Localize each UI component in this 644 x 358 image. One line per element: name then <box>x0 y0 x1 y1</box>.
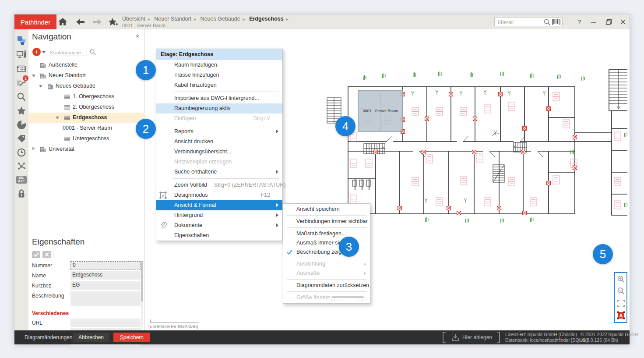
app-logo[interactable]: Pathfinder <box>14 14 56 29</box>
crumb[interactable]: Neues Gebäude <box>201 16 240 22</box>
submenu-item-ansicht-speichern[interactable]: Ansicht speichern <box>283 205 370 214</box>
menu-item-suche-enthaltene[interactable]: Suche enthaltene <box>156 167 282 177</box>
properties-scrollbar[interactable] <box>141 261 143 330</box>
tree-item-neuer-standort[interactable]: Neuer Standort <box>28 71 145 81</box>
sidebar-item-topology[interactable] <box>15 35 28 47</box>
size-slider[interactable] <box>331 296 364 301</box>
sidebar-item-history[interactable] <box>15 146 28 159</box>
sidebar-item-search[interactable] <box>15 91 28 103</box>
home-button[interactable] <box>57 17 68 27</box>
floor-plan[interactable]: 0001 - Server Raum <box>325 67 627 227</box>
tree-label: Untergeschoss <box>73 135 109 142</box>
sidebar-item-favorites[interactable] <box>15 105 28 117</box>
tree-item-untergeschoss[interactable]: Untergeschoss <box>28 134 145 144</box>
crumb[interactable]: Übersicht <box>122 16 145 22</box>
property-value[interactable] <box>70 319 141 327</box>
restore-icon <box>606 19 612 25</box>
sidebar-item-lock[interactable] <box>15 188 28 200</box>
design-mode-button[interactable]: A <box>616 310 626 320</box>
menu-item-dwg-import[interactable]: Importiere aus DWG-Hintergrund... <box>156 93 282 103</box>
navigation-close-button[interactable]: × <box>134 32 141 40</box>
tree-item-neues-gebaeude[interactable]: Neues Gebäude <box>28 81 145 92</box>
property-value[interactable] <box>70 291 141 306</box>
site-icon <box>40 146 46 153</box>
minimize-button[interactable] <box>588 17 600 27</box>
scrollbar-thumb[interactable] <box>141 261 143 301</box>
tree-item-server-raum[interactable]: 0001 - Server Raum <box>28 123 145 134</box>
crumb[interactable]: Neuer Standort <box>154 16 191 22</box>
menu-item-dokumente[interactable]: Dokumente <box>156 220 282 230</box>
caret-collapsed-icon[interactable] <box>32 147 35 150</box>
help-button[interactable]: ? <box>573 17 585 27</box>
sidebar-item-network[interactable] <box>15 160 28 172</box>
sidebar-item-workstation[interactable] <box>15 49 28 61</box>
restore-button[interactable] <box>603 17 615 27</box>
caret-expanded-icon[interactable] <box>56 117 59 119</box>
crumb-current[interactable]: Erdgeschoss <box>249 16 284 22</box>
structure-search-input[interactable] <box>49 49 86 56</box>
back-button[interactable] <box>75 17 86 27</box>
menu-item-raum-hinzufuegen[interactable]: Raum hinzufügen. <box>156 60 282 70</box>
menu-item-kabel-hinzufuegen[interactable]: Kabel hinzufügen <box>156 80 282 90</box>
floor-icon <box>64 137 70 141</box>
apply-button[interactable] <box>32 251 40 258</box>
menu-separator <box>156 124 282 127</box>
sidebar-item-tag[interactable] <box>15 133 28 145</box>
property-value[interactable]: 0 <box>70 261 141 269</box>
forward-button[interactable] <box>91 17 103 27</box>
menu-item-ansicht-drucken[interactable]: Ansicht drucken <box>156 137 282 147</box>
sidebar-item-patch-panel[interactable] <box>15 63 28 75</box>
zoom-out-button[interactable] <box>616 286 626 296</box>
tree-item-aussenstelle[interactable]: Außenstelle <box>28 60 145 71</box>
add-node-button[interactable]: + <box>32 48 41 56</box>
submenu-item-massstab[interactable]: Maßstab festlegen... <box>283 229 370 238</box>
menu-item-hintergrund[interactable]: Hintergrund <box>156 210 282 220</box>
discard-button[interactable] <box>42 251 51 258</box>
fit-view-button[interactable] <box>616 298 626 308</box>
property-value[interactable]: Erdgeschoss <box>70 271 141 280</box>
property-label: Kurzbez. <box>32 283 53 289</box>
menu-item-trasse-hinzufuegen[interactable]: Trasse hinzufügen <box>156 70 282 80</box>
barcode-icon[interactable] <box>552 19 561 25</box>
menu-item-reports[interactable]: Reports <box>156 127 282 137</box>
breadcrumb[interactable]: Übersicht▸ Neuer Standort▸ Neues Gebäude… <box>122 16 291 22</box>
tree-item-2-obergeschoss[interactable]: 2. Obergeschoss <box>28 102 145 113</box>
tree-item-erdgeschoss[interactable]: Erdgeschoss <box>28 113 145 123</box>
submenu-item-diagrammdaten[interactable]: Diagrammdaten zurücksetzen <box>283 281 370 290</box>
tree-item-1-obergeschoss[interactable]: 1. Obergeschoss <box>28 92 145 102</box>
menu-item-eigenschaften[interactable]: Eigenschaften <box>156 230 282 241</box>
menu-item-raumbegrenzung[interactable]: Raumbegrenzung aktiv <box>156 103 282 113</box>
global-search-input[interactable] <box>497 18 542 26</box>
breadcrumb-subline[interactable]: 0001 - Server Raum <box>122 23 165 28</box>
save-button[interactable]: Speichern <box>113 333 150 342</box>
property-value[interactable]: EG <box>70 281 141 290</box>
caret-expanded-icon[interactable] <box>32 74 35 77</box>
zoom-in-button[interactable] <box>616 274 626 284</box>
structure-search-icon[interactable] <box>90 49 96 55</box>
menu-item-zoom-vollbild[interactable]: Zoom VollbildStrg+0 (ZEHNERTASTATUR) <box>156 180 282 190</box>
cancel-button[interactable]: Abbrechen <box>73 333 109 342</box>
ip-line1: 192. <box>19 176 25 180</box>
screenshot-root: Pathfinder Übersicht▸ Neuer Standort▸ Ne… <box>0 0 644 358</box>
selected-room[interactable]: 0001 - Server Raum <box>358 90 403 131</box>
menu-item-ansicht-format[interactable]: Ansicht & Format <box>156 200 282 210</box>
check-icon <box>34 252 39 257</box>
add-favorite-button[interactable] <box>108 17 120 27</box>
submenu-item-verbindungen-sichtbar[interactable]: Verbindungen immer sichtbar <box>283 217 370 226</box>
svg-text:A: A <box>162 194 165 198</box>
menu-item-verbindungsuebersicht[interactable]: Verbindungsübersicht... <box>156 147 282 157</box>
site-icon <box>40 62 46 69</box>
context-menu: Etage: Erdgeschoss Raum hinzufügen. Tras… <box>156 49 283 241</box>
ip-address-icon: 192. 0.0.1 <box>16 176 27 184</box>
sidebar-item-tools[interactable]: 2 <box>15 77 28 89</box>
caret-expanded-icon[interactable] <box>39 85 42 88</box>
sidebar-item-ip-address[interactable]: 192. 0.0.1 <box>15 174 28 186</box>
add-node-caret-icon[interactable] <box>42 51 46 53</box>
tree-item-universitaet[interactable]: Universität <box>28 144 145 155</box>
menu-item-designmodus[interactable]: A DesignmodusF12 <box>156 190 282 200</box>
app-window: Pathfinder Übersicht▸ Neuer Standort▸ Ne… <box>14 14 630 344</box>
search-icon[interactable] <box>544 19 550 25</box>
close-button[interactable] <box>617 17 629 27</box>
sidebar-item-pie-chart[interactable] <box>15 119 28 131</box>
scale-label: [undefinierter Maßstab] <box>148 324 198 329</box>
